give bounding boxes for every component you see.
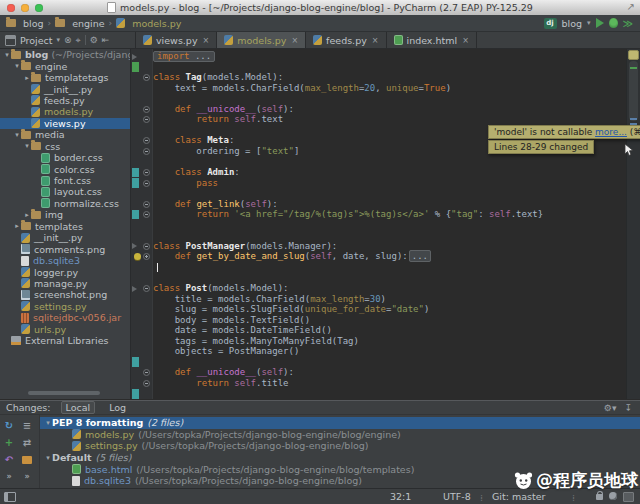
scrollbar-thumb[interactable]	[629, 61, 638, 121]
tree-item-External-Libraries[interactable]: External Libraries	[0, 335, 130, 346]
tree-item-__init__-py[interactable]: __init__.py	[0, 83, 130, 94]
code-line[interactable]	[131, 230, 627, 241]
tree-item-color-css[interactable]: color.css	[0, 163, 130, 174]
tab-index-html[interactable]: index.html×	[387, 32, 477, 48]
tree-item-screenshot-png[interactable]: screenshot.png	[0, 289, 130, 300]
fold-collapse-icon[interactable]	[143, 106, 150, 113]
code-line[interactable]: return self.title	[131, 378, 627, 389]
tree-expanded-arrow-icon[interactable]: ▾	[13, 131, 21, 139]
changelist-file-models-py[interactable]: models.py(/Users/topka/Projects/django-b…	[40, 429, 640, 441]
code-line[interactable]	[131, 389, 627, 400]
tree-item-models-py[interactable]: models.py	[0, 106, 130, 117]
tree-item-font-css[interactable]: font.css	[0, 175, 130, 186]
fold-collapse-icon[interactable]	[143, 380, 150, 387]
code-line[interactable]	[131, 357, 627, 368]
run-button[interactable]	[596, 18, 604, 28]
close-tab-icon[interactable]: ×	[203, 36, 210, 45]
fold-collapse-icon[interactable]	[143, 285, 150, 292]
hide-panel-icon[interactable]: ⇤	[102, 35, 110, 45]
code-line[interactable]	[131, 262, 627, 273]
caret-position[interactable]: 32:1	[390, 491, 411, 502]
tree-item-border-css[interactable]: border.css	[0, 152, 130, 163]
fold-collapse-icon[interactable]	[143, 74, 150, 81]
tooltip-more-link[interactable]: more...	[595, 127, 627, 137]
debug-button[interactable]	[609, 18, 618, 28]
tree-item-media[interactable]: ▾media	[0, 129, 130, 140]
tree-item-engine[interactable]: ▾engine	[0, 60, 130, 71]
fold-expand-icon[interactable]	[143, 253, 150, 260]
commit-icon[interactable]: ≡	[23, 420, 31, 431]
tree-item-css[interactable]: ▾css	[0, 141, 130, 152]
code-line[interactable]: class Post(models.Model):	[131, 283, 627, 294]
code-line[interactable]: return '<a href="/tag/%(tag)s">%(tag)s</…	[131, 209, 627, 220]
folded-code-region[interactable]: ...	[409, 250, 431, 262]
fold-collapse-icon[interactable]	[143, 369, 150, 376]
tree-collapsed-arrow-icon[interactable]: ▸	[23, 74, 31, 82]
code-line[interactable]: import ...	[131, 51, 627, 62]
fold-collapse-icon[interactable]	[143, 201, 150, 208]
git-branch[interactable]: Git: master	[492, 491, 545, 502]
changelist-folder-icon[interactable]	[22, 456, 32, 464]
tree-item-logger-py[interactable]: logger.py	[0, 266, 130, 277]
tree-expanded-arrow-icon[interactable]: ▾	[44, 454, 52, 462]
code-line[interactable]: def get_by_date_and_slug(self, date, slu…	[131, 251, 627, 262]
code-line[interactable]: body = models.TextField()	[131, 315, 627, 326]
folded-import-region[interactable]: import ...	[153, 51, 215, 62]
write-lock-icon[interactable]	[596, 494, 603, 500]
scrollbar-error-stripe-mark[interactable]	[630, 67, 637, 69]
breadcrumb-item-engine[interactable]: engine	[55, 18, 104, 29]
toolwindow-toggle-icon[interactable]	[4, 492, 16, 502]
tab-feeds-py[interactable]: feeds.py×	[306, 32, 386, 48]
project-panel-title[interactable]: Project	[20, 35, 53, 46]
fold-collapse-icon[interactable]	[143, 137, 150, 144]
code-line[interactable]: title = models.CharField(max_length=30)	[131, 294, 627, 305]
refresh-icon[interactable]: ↻	[5, 420, 13, 431]
code-line[interactable]: def get_link(self):	[131, 199, 627, 210]
tab-local[interactable]: Local	[61, 401, 96, 414]
revert-icon[interactable]: ↶	[5, 454, 13, 465]
code-line[interactable]: def __unicode__(self):	[131, 104, 627, 115]
diff-icon[interactable]: ⇄	[23, 437, 31, 448]
fold-collapse-icon[interactable]	[143, 148, 150, 155]
tab-log[interactable]: Log	[105, 402, 130, 413]
tree-item-normalize-css[interactable]: normalize.css	[0, 198, 130, 209]
fold-collapse-icon[interactable]	[143, 180, 150, 187]
breadcrumb-item-models-py[interactable]: models.py	[116, 18, 181, 29]
code-line[interactable]	[131, 272, 627, 283]
code-line[interactable]	[131, 62, 627, 73]
code-line[interactable]	[131, 93, 627, 104]
vcs-add-icon[interactable]: +	[5, 437, 13, 448]
prev-change-icon[interactable]: »	[6, 472, 11, 481]
tree-item-comments-png[interactable]: comments.png	[0, 243, 130, 254]
editor-scrollbar[interactable]	[626, 49, 640, 399]
fold-collapse-icon[interactable]	[143, 169, 150, 176]
run-config-selector[interactable]: blog	[562, 18, 583, 29]
tree-expanded-arrow-icon[interactable]: ▾	[3, 51, 11, 59]
code-line[interactable]: objects = PostManager()	[131, 346, 627, 357]
scrollbar-error-stripe-mark[interactable]	[630, 118, 637, 120]
inspection-status-icon[interactable]	[628, 50, 639, 60]
breadcrumb-item-blog[interactable]: blog	[6, 18, 44, 29]
changelist-file-settings-py[interactable]: settings.py(/Users/topka/Projects/django…	[40, 440, 640, 452]
gear-icon[interactable]: ⚙▾	[604, 403, 617, 413]
intention-bulb-icon[interactable]	[134, 253, 141, 260]
next-change-icon[interactable]: »	[24, 472, 29, 481]
close-tab-icon[interactable]: ×	[372, 36, 379, 45]
code-line[interactable]: class PostManager(models.Manager):	[131, 241, 627, 252]
run-with-coverage-button[interactable]: ≫	[623, 18, 632, 29]
changelist-file-db-sqlite3[interactable]: db.sqlite3(/Users/topka/Projects/django-…	[40, 475, 640, 487]
tree-item-layout-css[interactable]: layout.css	[0, 186, 130, 197]
code-line[interactable]: class Admin:	[131, 167, 627, 178]
fold-collapse-icon[interactable]	[143, 243, 150, 250]
code-line[interactable]: text = models.CharField(max_length=20, u…	[131, 83, 627, 94]
changelist-group-Default[interactable]: ▾Default(5 files)	[40, 452, 640, 464]
code-editor[interactable]: import ...class Tag(models.Model): text …	[131, 49, 640, 399]
fold-collapse-icon[interactable]	[143, 116, 150, 123]
memory-indicator-icon[interactable]	[623, 492, 634, 502]
fold-collapse-icon[interactable]	[143, 211, 150, 218]
tree-item-templatetags[interactable]: ▸templatetags	[0, 72, 130, 83]
horizontal-scrollbar[interactable]	[28, 391, 100, 395]
close-tab-icon[interactable]: ×	[291, 36, 298, 45]
locate-icon[interactable]: ⌖	[76, 35, 81, 46]
hide-panel-icon[interactable]: ↧	[624, 403, 632, 413]
